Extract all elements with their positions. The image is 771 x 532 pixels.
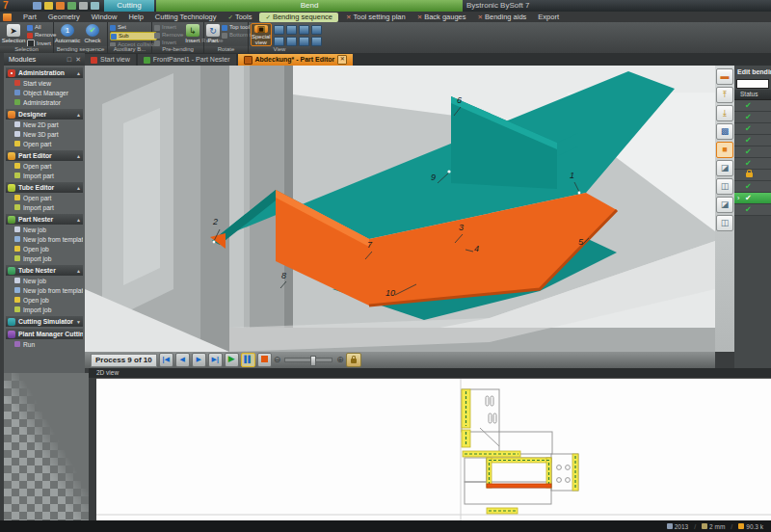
upper-tool-icon[interactable]: ⤒ (716, 87, 733, 103)
section-header-part-nester[interactable]: Part Nester▲ (6, 214, 83, 225)
bend-row[interactable]: ✔ (734, 100, 771, 112)
cube-front-icon[interactable]: ◫ (716, 178, 733, 195)
sidebar-item-start-view[interactable]: Start view (6, 78, 83, 88)
sidebar-item-new-job-from-template[interactable]: New job from template (6, 285, 83, 295)
tab-part-nester[interactable]: FrontPanel1 - Part Nester (138, 54, 236, 66)
cube-side-icon[interactable]: ◫ (716, 215, 733, 231)
select-all-button[interactable]: All (27, 24, 56, 31)
menu-tools[interactable]: ✓Tools (222, 12, 257, 22)
workspace-tab-bend[interactable]: Bend (156, 0, 463, 12)
zoom-out-icon[interactable]: ⊖ (274, 354, 281, 366)
play-button[interactable]: ▶ (225, 353, 239, 367)
sidebar-item-open-part[interactable]: Open part (6, 161, 83, 171)
selection-button[interactable]: ➤ Selection (2, 23, 25, 46)
prebend-remove-item[interactable]: Remove (154, 32, 183, 39)
bend-row[interactable]: ✔ (734, 204, 771, 216)
sidebar-item-open-job[interactable]: Open job (6, 244, 83, 253)
section-header-administration[interactable]: Administration▲ (6, 67, 83, 78)
automatic-button[interactable]: 1 Automatic (56, 23, 79, 46)
bend-row[interactable]: ✔ (734, 112, 771, 123)
bend-row[interactable]: ✔ (734, 146, 771, 158)
sidebar-item-import-job[interactable]: Import job (6, 305, 83, 314)
zoom-in-icon[interactable]: ⊕ (336, 354, 344, 366)
check-button[interactable]: ✔ Check (81, 23, 104, 46)
bend-row[interactable]: ✔ (734, 181, 771, 193)
slider-thumb[interactable] (310, 356, 316, 366)
pin-icon[interactable]: □ (67, 56, 71, 63)
sequence-combobox[interactable] (736, 79, 769, 89)
sidebar-item-open-job[interactable]: Open job (6, 295, 83, 305)
menu-back-gauges[interactable]: ✕Back gauges (412, 12, 472, 22)
sidebar-item-new-job[interactable]: New job (6, 276, 83, 285)
menu-geometry[interactable]: Geometry (42, 12, 86, 22)
workspace-tab-cutting[interactable]: Cutting (104, 0, 154, 12)
bend-row-current[interactable]: ›✔ (734, 193, 771, 204)
tab-part-editor[interactable]: Abdeckung* - Part Editor ✕ (238, 54, 354, 66)
view-iso-icon[interactable] (274, 25, 284, 35)
menu-window[interactable]: Window (86, 12, 123, 22)
tab-start-view[interactable]: Start view (85, 54, 136, 66)
section-header-part-editor[interactable]: Part Editor▲ (6, 150, 83, 161)
part-only-view-icon[interactable]: ■ (716, 142, 733, 158)
sidebar-item-open-part[interactable]: Open part (6, 193, 83, 202)
view-front-icon[interactable] (299, 25, 309, 35)
aux-sub-button[interactable]: Sub (110, 32, 157, 40)
menu-export[interactable]: Export (532, 12, 565, 22)
bend-row[interactable]: ✔ (734, 158, 771, 170)
view-rotate-icon[interactable] (311, 37, 322, 46)
sidebar-item-administrator[interactable]: Administrator (6, 97, 83, 107)
sidebar-item-import-job[interactable]: Import job (6, 253, 83, 263)
select-remove-button[interactable]: Remove (27, 32, 56, 39)
sidebar-item-import-part[interactable]: Import part (6, 171, 83, 180)
view-back-icon[interactable] (274, 37, 284, 46)
machine-icon[interactable]: ▬ (716, 68, 733, 85)
2d-view-canvas[interactable] (96, 378, 771, 521)
sidebar-item-object-manager[interactable]: Object Manager (6, 88, 83, 97)
sidebar-item-new-job[interactable]: New job (6, 225, 83, 234)
bend-row[interactable] (734, 170, 771, 181)
skip-last-button[interactable]: ▶| (208, 353, 223, 367)
prebend-insert-item[interactable]: Insert (154, 24, 183, 31)
cube-iso-icon[interactable]: ◪ (716, 160, 733, 176)
prebend-invert-item[interactable]: Invert (154, 40, 183, 46)
close-icon[interactable]: ✕ (75, 56, 81, 63)
backgauge-icon[interactable]: ▩ (716, 123, 733, 140)
prebend-insert-button[interactable]: ↳ Insert (185, 23, 199, 46)
speed-slider[interactable] (284, 358, 332, 362)
cube-top-icon[interactable]: ◪ (716, 197, 733, 213)
rotate-part-button[interactable]: ↻ Part (206, 23, 220, 46)
menu-part[interactable]: Part (17, 12, 42, 22)
skip-first-button[interactable]: |◀ (159, 353, 173, 367)
bend-row[interactable]: ✔ (734, 135, 771, 146)
2d-view-header[interactable]: 2D view (89, 368, 771, 378)
pause-button[interactable]: ▌▌ (241, 353, 255, 367)
section-header-tube-nester[interactable]: Tube Nester▲ (6, 265, 83, 276)
lock-view-button[interactable] (346, 353, 361, 367)
save-icon[interactable] (33, 2, 41, 10)
sidebar-item-new-job-from-template[interactable]: New job from template (6, 234, 83, 244)
section-header-designer[interactable]: Designer▲ (6, 109, 83, 120)
menu-cutting-technology[interactable]: Cutting Technology (149, 12, 223, 22)
menu-help[interactable]: Help (122, 12, 148, 22)
view-bottom-icon[interactable] (299, 37, 309, 46)
settings-icon[interactable] (91, 2, 99, 10)
view-side-icon[interactable] (311, 25, 322, 35)
next-step-button[interactable]: ▶ (192, 353, 206, 367)
menu-bending-aids[interactable]: ✕Bending aids (472, 12, 533, 22)
sidebar-item-new-2d-part[interactable]: New 2D part (6, 120, 83, 129)
section-header-cutting-simulator[interactable]: Cutting Simulator▼ (6, 316, 83, 327)
sidebar-item-open-part[interactable]: Open part (6, 139, 83, 148)
lower-tool-icon[interactable]: ⤓ (716, 105, 733, 121)
redo-icon[interactable] (67, 2, 76, 10)
sidebar-item-run[interactable]: Run (6, 339, 83, 349)
bend-row[interactable]: ✔ (734, 123, 771, 135)
view-top-icon[interactable] (286, 25, 297, 35)
sidebar-item-new-3d-part[interactable]: New 3D part (6, 129, 83, 139)
open-icon[interactable] (44, 2, 53, 10)
special-view-button[interactable]: ▣ Special view (251, 23, 272, 46)
print-icon[interactable] (79, 2, 88, 10)
section-header-tube-editor[interactable]: Tube Editor▲ (6, 182, 83, 193)
app-menu-icon[interactable] (3, 13, 12, 21)
menu-bending-sequence[interactable]: ✓Bending sequence (259, 13, 338, 22)
sidebar-item-import-part[interactable]: Import part (6, 202, 83, 212)
